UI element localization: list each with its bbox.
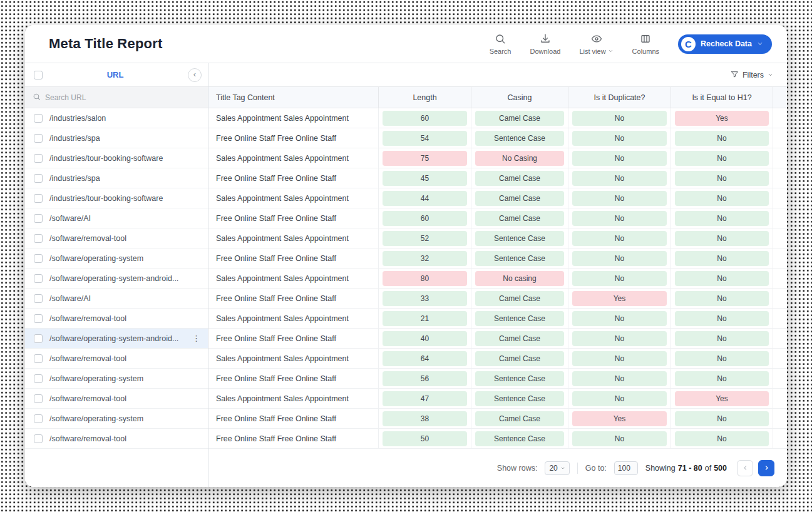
row-checkbox[interactable] [34, 234, 43, 243]
status-pill: No [572, 351, 667, 366]
show-rows-select[interactable]: 20 [545, 461, 569, 475]
table-row[interactable]: Free Online Staff Free Online Staff50Sen… [208, 429, 787, 449]
collapse-panel-button[interactable]: ‹ [188, 68, 202, 82]
search-action[interactable]: Search [490, 33, 511, 55]
url-row[interactable]: /software/removal-tool [25, 228, 208, 248]
column-header-title-tag[interactable]: Title Tag Content [208, 87, 379, 108]
status-pill: 40 [383, 331, 467, 346]
url-row[interactable]: /software/removal-tool [25, 349, 208, 369]
row-checkbox[interactable] [34, 214, 43, 223]
casing-cell: Sentence Case [471, 369, 568, 388]
url-row[interactable]: /industries/salon [25, 108, 208, 128]
title-tag-cell: Free Online Staff Free Online Staff [208, 409, 379, 428]
table-row[interactable]: Free Online Staff Free Online Staff60Cam… [208, 208, 787, 228]
status-pill: 60 [383, 211, 467, 226]
url-row[interactable]: /software/operating-system-android...⋮ [25, 329, 208, 349]
table-row[interactable]: Sales Appointment Sales Appointment80No … [208, 269, 787, 289]
url-row[interactable]: /software/operating-system [25, 369, 208, 389]
url-row[interactable]: /industries/spa [25, 128, 208, 148]
row-checkbox[interactable] [34, 394, 43, 403]
column-header-equal-h1[interactable]: Is it Equal to H1? [671, 87, 773, 108]
search-url-input[interactable] [45, 93, 200, 102]
url-label: /software/operating-system-android... [49, 334, 178, 343]
url-label: /industries/spa [49, 174, 100, 183]
status-pill: Yes [675, 111, 769, 126]
url-row[interactable]: /software/operating-system [25, 248, 208, 269]
status-pill: No [572, 111, 667, 126]
table-content: URL ‹ /industries/salon/industries/spa/i… [25, 63, 787, 487]
duplicate-cell: No [568, 168, 671, 188]
show-rows-label: Show rows: [497, 464, 538, 473]
url-column-title[interactable]: URL [43, 70, 188, 79]
row-checkbox[interactable] [34, 154, 43, 163]
search-icon [33, 92, 41, 103]
table-row[interactable]: Sales Appointment Sales Appointment75No … [208, 148, 787, 168]
table-row[interactable]: Sales Appointment Sales Appointment52Sen… [208, 228, 787, 248]
status-pill: 44 [383, 191, 467, 206]
table-row[interactable]: Sales Appointment Sales Appointment44Cam… [208, 188, 787, 208]
table-row[interactable]: Free Online Staff Free Online Staff38Cam… [208, 409, 787, 429]
url-row[interactable]: /software/removal-tool [25, 309, 208, 329]
status-pill: No [675, 271, 769, 286]
recheck-data-button[interactable]: C Recheck Data [678, 34, 772, 54]
row-checkbox[interactable] [34, 254, 43, 263]
row-checkbox[interactable] [34, 294, 43, 303]
columns-icon [640, 33, 651, 46]
row-checkbox[interactable] [34, 194, 43, 203]
filler-cell [773, 369, 787, 388]
column-header-duplicate[interactable]: Is it Duplicate? [568, 87, 671, 108]
status-pill: Camel Case [475, 111, 564, 126]
url-row[interactable]: /industries/tour-booking-software [25, 148, 208, 168]
url-row[interactable]: /industries/tour-booking-software [25, 188, 208, 208]
next-page-button[interactable] [758, 460, 774, 476]
showing-total: 500 [714, 464, 727, 473]
url-row[interactable]: /software/removal-tool [25, 389, 208, 409]
row-checkbox[interactable] [34, 174, 43, 183]
row-checkbox[interactable] [34, 414, 43, 423]
kebab-menu-icon[interactable]: ⋮ [192, 334, 200, 343]
row-checkbox[interactable] [34, 374, 43, 383]
column-header-casing[interactable]: Casing [471, 87, 568, 108]
status-pill: 60 [383, 111, 467, 126]
url-row[interactable]: /industries/spa [25, 168, 208, 188]
url-row[interactable]: /software/AI [25, 208, 208, 228]
filler-cell [773, 309, 787, 328]
url-row[interactable]: /software/operating-system-android... [25, 269, 208, 289]
table-row[interactable]: Free Online Staff Free Online Staff56Sen… [208, 369, 787, 389]
row-checkbox[interactable] [34, 274, 43, 283]
casing-cell: Sentence Case [471, 128, 568, 148]
table-row[interactable]: Sales Appointment Sales Appointment60Cam… [208, 108, 787, 128]
table-row[interactable]: Sales Appointment Sales Appointment47Sen… [208, 389, 787, 409]
url-row[interactable]: /software/operating-system [25, 409, 208, 429]
row-checkbox[interactable] [34, 334, 43, 343]
filler-cell [773, 269, 787, 288]
url-rows: /industries/salon/industries/spa/industr… [25, 108, 208, 449]
download-action[interactable]: Download [530, 33, 560, 55]
table-row[interactable]: Sales Appointment Sales Appointment64Cam… [208, 349, 787, 369]
table-row[interactable]: Free Online Staff Free Online Staff32Sen… [208, 248, 787, 269]
row-checkbox[interactable] [34, 434, 43, 443]
table-row[interactable]: Free Online Staff Free Online Staff33Cam… [208, 289, 787, 309]
table-row[interactable]: Sales Appointment Sales Appointment21Sen… [208, 309, 787, 329]
previous-page-button[interactable] [737, 460, 753, 476]
status-pill: No [675, 431, 769, 446]
row-checkbox[interactable] [34, 114, 43, 123]
columns-action[interactable]: Columns [632, 33, 659, 55]
table-row[interactable]: Free Online Staff Free Online Staff45Cam… [208, 168, 787, 188]
list-view-action[interactable]: List view [579, 33, 613, 55]
goto-page-input[interactable] [614, 461, 638, 475]
select-all-checkbox[interactable] [34, 71, 43, 79]
table-row[interactable]: Free Online Staff Free Online Staff40Cam… [208, 329, 787, 349]
url-row[interactable]: /software/AI [25, 289, 208, 309]
title-tag-cell: Sales Appointment Sales Appointment [208, 188, 379, 208]
row-checkbox[interactable] [34, 134, 43, 143]
row-checkbox[interactable] [34, 314, 43, 323]
table-row[interactable]: Free Online Staff Free Online Staff54Sen… [208, 128, 787, 148]
column-header-length[interactable]: Length [379, 87, 471, 108]
title-tag-cell: Free Online Staff Free Online Staff [208, 329, 379, 348]
row-checkbox[interactable] [34, 354, 43, 363]
status-pill: Sentence Case [475, 391, 564, 406]
url-row[interactable]: /software/removal-tool [25, 429, 208, 449]
status-pill: No [675, 211, 769, 226]
filters-button[interactable]: Filters [731, 70, 773, 80]
